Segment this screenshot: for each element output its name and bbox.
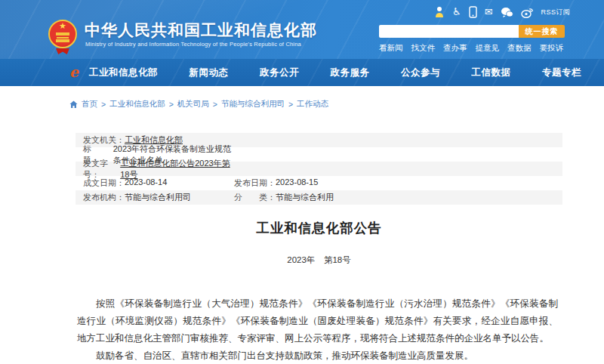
meta-row-publisher: 发布机构： 节能与综合利用司 分 类： 节能与综合利用 [76,190,562,205]
site-subtitle-english: Ministry of Industry and Information Tec… [85,41,301,48]
breadcrumb-departments[interactable]: 机关司局 [177,99,209,110]
nav-item-data[interactable]: 工信数据 [469,66,514,79]
article-title: 工业和信息化部公告 [76,219,562,237]
search-button[interactable]: 统一搜索 [519,25,565,38]
emblem-star-icon: ★ [59,22,66,30]
nav-item-news[interactable]: 新闻动态 [186,66,232,79]
home-icon[interactable] [69,100,78,109]
document-meta-table: 发文机关： 工业和信息化部 标 题： 2023年符合环保装备制造业规范条件企业名… [76,133,562,205]
accessibility-icon[interactable]: ♿ [452,6,461,18]
nav-item-topics[interactable]: 专题专栏 [539,66,584,79]
site-header: ★ 中华人民共和国工业和信息化部 Ministry of Industry an… [0,0,604,59]
meta-label: 发布机构： [83,192,125,203]
breadcrumb-work-updates: 工作动态 [297,99,328,110]
miit-logo-icon[interactable]: e [69,63,79,80]
quick-link-suggestions[interactable]: 提意见 [476,43,500,54]
article-doc-number: 2023年 第18号 [76,254,562,266]
nav-items: 工业和信息化部 新闻动态 政务公开 政务服务 公众参与 工信数据 专题专栏 [86,59,584,86]
site-title: 中华人民共和国工业和信息化部 [85,20,317,41]
breadcrumb-home[interactable]: 首页 [82,99,97,110]
meta-row-dates: 成文日期： 2023-08-14 发布日期： 2023-08-15 [76,176,562,190]
nav-item-public-info[interactable]: 政务公开 [257,66,302,79]
meta-label: 发文字号： [83,158,120,180]
breadcrumb-energy-dept[interactable]: 节能与综合利用司 [221,99,285,110]
main-nav: e 工业和信息化部 新闻动态 政务公开 政务服务 公众参与 工信数据 专题专栏 [0,59,604,86]
article-paragraph-2: 鼓励各省、自治区、直辖市相关部门出台支持鼓励政策，推动环保装备制造业高质量发展。 [77,347,558,364]
breadcrumb-separator: > [169,100,174,109]
meta-label: 分 类： [234,192,276,203]
breadcrumb: 首页 > 工业和信息化部 > 机关司局 > 节能与综合利用司 > 工作动态 [69,99,328,110]
meta-value-written-date: 2023-08-14 [125,177,167,189]
quick-link-data[interactable]: 查数据 [507,43,532,54]
nav-item-services[interactable]: 政务服务 [328,66,373,79]
miit-gov-page: ★ 中华人民共和国工业和信息化部 Ministry of Industry an… [0,0,604,364]
meta-label: 成文日期： [83,177,125,189]
nav-item-participation[interactable]: 公众参与 [398,66,443,79]
header-quick-links: 看新闻 找文件 查办事 提意见 查数据 要投诉 [379,43,563,54]
national-emblem: ★ [48,20,77,48]
quick-link-documents[interactable]: 找文件 [411,43,436,54]
weibo-icon[interactable] [521,7,534,18]
nav-item-miit[interactable]: 工业和信息化部 [86,66,161,79]
quick-link-complaints[interactable]: 要投诉 [540,43,564,54]
breadcrumb-separator: > [213,100,217,109]
article-body: 按照《环保装备制造行业（大气治理）规范条件》《环保装备制造行业（污水治理）规范条… [77,295,558,364]
mail-icon[interactable]: ✉ [485,6,493,18]
sign-language-icon[interactable] [434,6,445,18]
header-utility-icons: ♿ ✉ RSS订阅 [434,6,571,18]
meta-value-publisher: 节能与综合利用司 [125,192,191,203]
emblem-ribbon [56,48,69,54]
breadcrumb-separator: > [101,100,106,109]
breadcrumb-miit[interactable]: 工业和信息化部 [109,99,165,110]
article-paragraph-1: 按照《环保装备制造行业（大气治理）规范条件》《环保装备制造行业（污水治理）规范条… [77,295,558,347]
wechat-icon[interactable] [501,7,513,18]
meta-value-doc-number[interactable]: 工业和信息化部公告2023年第18号 [120,158,234,180]
quick-link-affairs[interactable]: 查办事 [443,43,467,54]
search-input[interactable] [379,25,519,38]
meta-value-publish-date: 2023-08-15 [276,177,318,189]
meta-value-category: 节能与综合利用 [276,192,334,203]
emblem-gate-icon [56,32,69,35]
meta-row-doc-number: 发文字号： 工业和信息化部公告2023年第18号 [76,162,562,176]
meta-label: 发布日期： [234,177,276,189]
quick-link-news[interactable]: 看新闻 [379,43,403,54]
rss-link[interactable]: RSS订阅 [541,8,571,17]
mobile-icon[interactable] [469,6,477,18]
search-bar: 统一搜索 [379,25,565,38]
breadcrumb-separator: > [288,100,293,109]
